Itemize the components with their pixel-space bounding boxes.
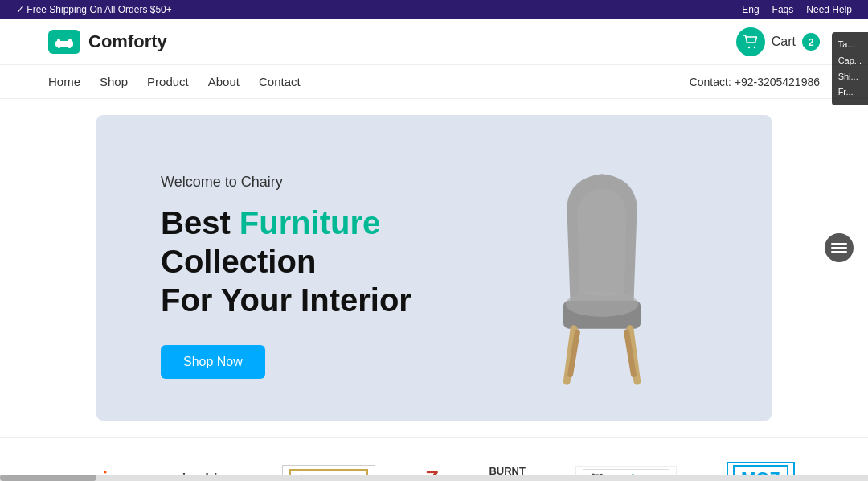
nav-home[interactable]: Home bbox=[48, 75, 80, 88]
svg-rect-1 bbox=[57, 39, 60, 43]
svg-rect-3 bbox=[58, 46, 60, 48]
faqs-link[interactable]: Faqs bbox=[772, 4, 794, 15]
hero-title: Best Furniture Collection For Your Inter… bbox=[161, 204, 497, 319]
nav-about[interactable]: About bbox=[208, 75, 240, 88]
nav-shop[interactable]: Shop bbox=[100, 75, 128, 88]
shop-now-button[interactable]: Shop Now bbox=[161, 345, 265, 379]
svg-point-5 bbox=[748, 47, 750, 48]
cart-label: Cart bbox=[772, 35, 796, 49]
nav-contact-info: Contact: +92-3205421986 bbox=[690, 76, 820, 88]
scroll-icon[interactable] bbox=[825, 233, 854, 262]
panel-line-2: Cap... bbox=[838, 53, 862, 69]
svg-rect-14 bbox=[831, 247, 847, 249]
panel-line-1: Ta... bbox=[838, 37, 862, 53]
hero-image bbox=[497, 163, 707, 388]
lang-link[interactable]: Eng bbox=[742, 4, 759, 15]
contact-label: Contact: bbox=[690, 76, 735, 88]
top-links: Eng Faqs Need Help bbox=[742, 4, 852, 15]
list-icon bbox=[831, 242, 847, 253]
sofa-icon bbox=[55, 35, 74, 49]
horizontal-scrollbar[interactable] bbox=[0, 475, 868, 481]
hero-wrapper: Welcome to Chairy Best Furniture Collect… bbox=[0, 99, 868, 421]
cart-badge: 2 bbox=[802, 33, 820, 51]
contact-phone: +92-3205421986 bbox=[735, 76, 820, 88]
svg-rect-15 bbox=[831, 251, 847, 253]
hero-title-part2: Collection bbox=[161, 244, 316, 279]
logo-icon bbox=[48, 30, 80, 54]
shipping-notice: ✓ Free Shipping On All Orders $50+ bbox=[16, 4, 172, 15]
chair-illustration bbox=[506, 163, 698, 388]
hero-title-part1: Best bbox=[161, 205, 240, 240]
nav-contact[interactable]: Contact bbox=[259, 75, 301, 88]
cart-icon bbox=[743, 35, 759, 49]
hero-welcome: Welcome to Chairy bbox=[161, 174, 497, 191]
svg-point-6 bbox=[754, 47, 755, 48]
top-bar: ✓ Free Shipping On All Orders $50+ Eng F… bbox=[0, 0, 868, 19]
help-link[interactable]: Need Help bbox=[806, 4, 852, 15]
shipping-text: ✓ Free Shipping On All Orders $50+ bbox=[16, 4, 172, 15]
svg-rect-13 bbox=[831, 243, 847, 245]
nav-product[interactable]: Product bbox=[147, 75, 189, 88]
cart-area[interactable]: Cart 2 bbox=[736, 27, 820, 56]
logo-area[interactable]: Comforty bbox=[48, 30, 167, 54]
hero-title-accent: Furniture bbox=[240, 205, 381, 240]
svg-rect-4 bbox=[68, 46, 71, 48]
hero-content: Welcome to Chairy Best Furniture Collect… bbox=[161, 174, 497, 379]
hero-section: Welcome to Chairy Best Furniture Collect… bbox=[96, 115, 772, 421]
main-nav: Home Shop Product About Contact Contact:… bbox=[0, 65, 868, 99]
nav-links: Home Shop Product About Contact bbox=[48, 75, 301, 88]
browser-extension-panel: Ta... Cap... Shi... Fr... bbox=[832, 32, 868, 105]
site-header: Comforty Cart 2 bbox=[0, 19, 868, 65]
cart-icon-wrap bbox=[736, 27, 765, 56]
scrollbar-thumb[interactable] bbox=[0, 475, 96, 481]
logo-text: Comforty bbox=[88, 31, 167, 52]
hero-title-line2: For Your Interior bbox=[161, 282, 411, 318]
svg-rect-2 bbox=[68, 39, 72, 43]
panel-line-3: Shi... bbox=[838, 69, 862, 85]
panel-line-4: Fr... bbox=[838, 84, 862, 101]
